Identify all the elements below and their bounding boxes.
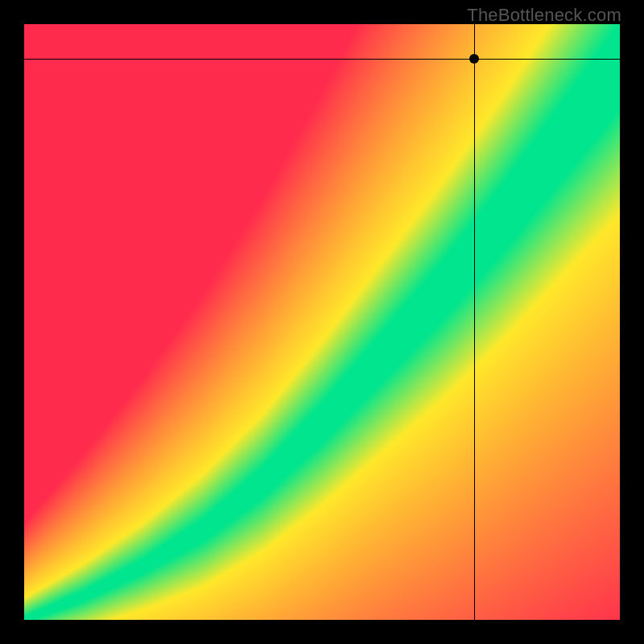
plot-area: [24, 24, 620, 620]
watermark-text: TheBottleneck.com: [467, 5, 621, 26]
chart-frame: TheBottleneck.com: [0, 0, 644, 644]
heatmap-canvas: [24, 24, 620, 620]
